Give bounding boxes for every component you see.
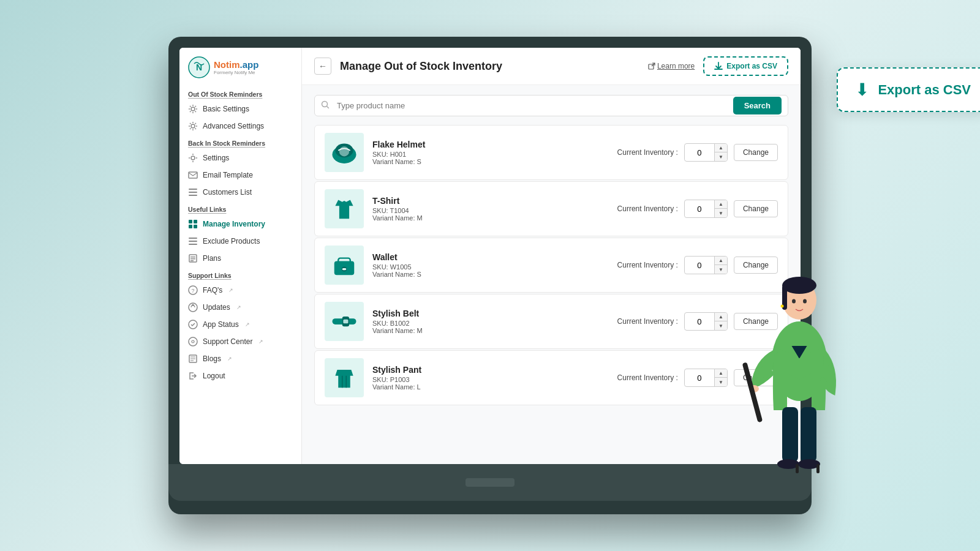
- inventory-control-3: Current Inventory : ▲ ▼ Change: [617, 256, 778, 274]
- sidebar-item-support-center[interactable]: Support Center ↗: [179, 333, 301, 350]
- product-row: Flake Helmet SKU: H001 Variant Name: S C…: [314, 125, 788, 180]
- sidebar-item-exclude-products[interactable]: Exclude Products: [179, 233, 301, 250]
- sidebar-item-customers-list[interactable]: Customers List: [179, 184, 301, 201]
- sidebar-item-email-template[interactable]: Email Template: [179, 167, 301, 184]
- svg-rect-6: [189, 189, 197, 190]
- product-info-2: T-Shirt SKU: T1004 Variant Name: M: [372, 196, 609, 222]
- gear-advanced-icon: [188, 121, 198, 131]
- external-link-icon: [648, 62, 655, 70]
- product-sku-3: SKU: W1005: [372, 263, 609, 271]
- inventory-input-1[interactable]: [685, 146, 714, 160]
- download-icon: [714, 62, 723, 70]
- sidebar-item-app-status[interactable]: App Status ↗: [179, 316, 301, 333]
- spinner-up-3[interactable]: ▲: [715, 257, 727, 265]
- inventory-label-3: Current Inventory :: [617, 261, 678, 269]
- sidebar-item-plans[interactable]: Plans: [179, 250, 301, 267]
- svg-text:?: ?: [191, 288, 194, 294]
- change-button-1[interactable]: Change: [734, 144, 778, 161]
- inventory-label-1: Current Inventory :: [617, 148, 678, 157]
- support-external-icon: ↗: [258, 339, 263, 345]
- product-variant-3: Variant Name: S: [372, 271, 609, 278]
- svg-rect-8: [189, 195, 197, 196]
- inventory-label-4: Current Inventory :: [617, 317, 678, 326]
- spinner-up-4[interactable]: ▲: [715, 313, 727, 321]
- sidebar-item-manage-inventory[interactable]: Manage Inventory: [179, 216, 301, 233]
- sidebar-item-logout[interactable]: Logout: [179, 367, 301, 384]
- svg-rect-35: [342, 268, 347, 270]
- product-name-2: T-Shirt: [372, 196, 609, 206]
- learn-more-link[interactable]: Learn more: [648, 62, 695, 70]
- change-button-5[interactable]: Change: [734, 369, 778, 386]
- svg-rect-7: [189, 192, 197, 193]
- sidebar: N Notim.app Formerly Notify Me Out Of St…: [179, 48, 302, 464]
- logo-icon: N: [188, 56, 210, 78]
- product-info-4: Stylish Belt SKU: B1002 Variant Name: M: [372, 309, 609, 334]
- spinner-down-5[interactable]: ▼: [715, 378, 727, 386]
- inventory-label-2: Current Inventory :: [617, 204, 678, 213]
- plans-label: Plans: [203, 254, 221, 263]
- logout-label: Logout: [203, 372, 225, 380]
- svg-rect-9: [189, 220, 192, 223]
- spinner-down-1[interactable]: ▼: [715, 152, 727, 161]
- product-sku-2: SKU: T1004: [372, 207, 609, 214]
- logo-formerly: Formerly Notify Me: [214, 70, 258, 75]
- product-name-1: Flake Helmet: [372, 140, 609, 149]
- product-variant-5: Variant Name: L: [372, 383, 609, 391]
- spinner-up-2[interactable]: ▲: [715, 200, 727, 209]
- sidebar-item-blogs[interactable]: Blogs ↗: [179, 350, 301, 367]
- settings-icon: [188, 153, 198, 163]
- main-header: ← Manage Out of Stock Inventory Learn mo…: [302, 48, 801, 85]
- sidebar-item-faqs[interactable]: ? FAQ's ↗: [179, 282, 301, 299]
- svg-point-3: [191, 124, 195, 128]
- product-name-3: Wallet: [372, 252, 609, 262]
- app-status-label: App Status: [203, 320, 239, 329]
- learn-more-text: Learn more: [657, 62, 695, 70]
- settings-label: Settings: [203, 154, 229, 162]
- svg-point-4: [191, 156, 195, 160]
- inventory-input-2[interactable]: [685, 202, 714, 216]
- inventory-input-4[interactable]: [685, 315, 714, 329]
- updates-external-icon: ↗: [236, 304, 241, 310]
- sidebar-item-updates[interactable]: Updates ↗: [179, 299, 301, 316]
- logo-text: Notim.app Formerly Notify Me: [214, 59, 258, 75]
- inventory-input-3[interactable]: [685, 258, 714, 272]
- svg-rect-14: [189, 241, 197, 242]
- spinner-down-4[interactable]: ▼: [715, 321, 727, 330]
- svg-rect-13: [189, 238, 197, 239]
- search-button[interactable]: Search: [733, 97, 782, 114]
- change-button-2[interactable]: Change: [734, 200, 778, 217]
- spinner-btns-2: ▲ ▼: [714, 200, 727, 217]
- sidebar-item-advanced-settings[interactable]: Advanced Settings: [179, 118, 301, 135]
- inventory-spinner-4: ▲ ▼: [684, 312, 728, 331]
- svg-rect-19: [190, 260, 194, 261]
- spinner-btns-5: ▲ ▼: [714, 369, 727, 386]
- product-variant-1: Variant Name: S: [372, 158, 609, 165]
- page-title: Manage Out of Stock Inventory: [340, 60, 639, 73]
- product-info-1: Flake Helmet SKU: H001 Variant Name: S: [372, 140, 609, 165]
- sidebar-item-basic-settings[interactable]: Basic Settings: [179, 100, 301, 118]
- spinner-up-1[interactable]: ▲: [715, 144, 727, 152]
- spinner-down-2[interactable]: ▼: [715, 209, 727, 217]
- product-sku-4: SKU: B1002: [372, 320, 609, 327]
- svg-rect-17: [190, 257, 195, 258]
- export-csv-button[interactable]: Export as CSV: [703, 56, 788, 76]
- product-sku-1: SKU: H001: [372, 151, 609, 158]
- blog-icon: [188, 354, 198, 364]
- spinner-up-5[interactable]: ▲: [715, 369, 727, 378]
- sidebar-item-settings[interactable]: Settings: [179, 149, 301, 167]
- product-info-5: Stylish Pant SKU: P1003 Variant Name: L: [372, 365, 609, 391]
- change-button-3[interactable]: Change: [734, 257, 778, 274]
- inventory-control-2: Current Inventory : ▲ ▼ Change: [617, 200, 778, 218]
- laptop-base: [168, 464, 812, 501]
- spinner-down-3[interactable]: ▼: [715, 265, 727, 274]
- support-links-section: Support Links: [179, 267, 301, 282]
- change-button-4[interactable]: Change: [734, 313, 778, 330]
- inventory-label-5: Current Inventory :: [617, 373, 678, 382]
- product-row: Stylish Belt SKU: B1002 Variant Name: M …: [314, 294, 788, 349]
- search-input[interactable]: [334, 96, 728, 116]
- svg-rect-11: [189, 225, 192, 228]
- spinner-btns-4: ▲ ▼: [714, 313, 727, 330]
- inventory-input-5[interactable]: [685, 371, 714, 385]
- back-button[interactable]: ←: [314, 58, 331, 75]
- exclude-products-icon: [188, 236, 198, 246]
